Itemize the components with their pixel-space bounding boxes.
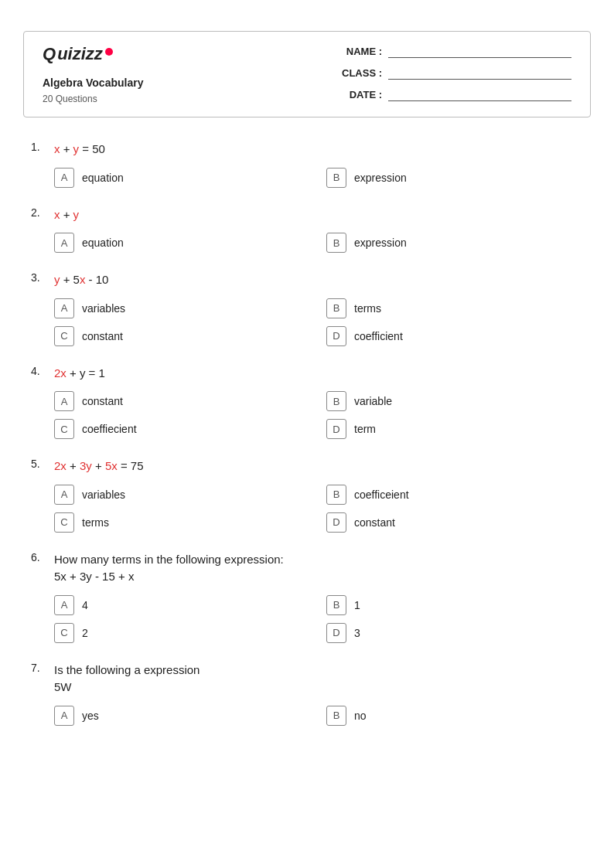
question-header-4: 4.2x + y = 1 — [31, 365, 583, 383]
answer-letter-3-D[interactable]: D — [326, 326, 346, 346]
answer-item-4-C: Ccoeffiecient — [54, 419, 311, 439]
answer-letter-4-B[interactable]: B — [326, 391, 346, 411]
answer-letter-7-A[interactable]: A — [54, 706, 74, 726]
answer-letter-4-C[interactable]: C — [54, 419, 74, 439]
answer-letter-6-D[interactable]: D — [326, 623, 346, 643]
answer-item-3-B: Bterms — [326, 298, 583, 318]
header-right: NAME : CLASS : DATE : — [339, 44, 571, 101]
answer-item-5-A: Avariables — [54, 485, 311, 505]
question-header-3: 3.y + 5x - 10 — [31, 271, 583, 289]
class-field-row: CLASS : — [339, 66, 571, 80]
question-text-1: x + y = 50 — [54, 141, 105, 158]
answer-text-4-D: term — [354, 423, 376, 435]
answers-grid-5: AvariablesBcoefficeientCtermsDconstant — [31, 485, 583, 533]
answers-grid-7: AyesBno — [31, 706, 583, 726]
answers-grid-1: AequationBexpression — [31, 168, 583, 188]
answer-text-5-C: terms — [82, 516, 109, 529]
quiz-title: Algebra Vocabulary — [43, 77, 143, 89]
name-field-row: NAME : — [339, 44, 571, 58]
answer-text-6-B: 1 — [354, 599, 360, 611]
question-block-6: 6.How many terms in the following expres… — [31, 551, 583, 643]
answer-item-2-B: Bexpression — [326, 233, 583, 253]
question-block-2: 2.x + yAequationBexpression — [31, 206, 583, 254]
question-text-4: 2x + y = 1 — [54, 365, 105, 383]
answer-item-6-B: B1 — [326, 595, 583, 615]
name-line — [388, 44, 571, 58]
date-line — [388, 87, 571, 101]
answer-letter-3-A[interactable]: A — [54, 298, 74, 318]
header-left: Q uizizz Algebra Vocabulary 20 Questions — [43, 44, 143, 104]
page: Q uizizz Algebra Vocabulary 20 Questions… — [0, 0, 614, 868]
answer-letter-2-B[interactable]: B — [326, 233, 346, 253]
answer-letter-6-B[interactable]: B — [326, 595, 346, 615]
answer-text-4-C: coeffiecient — [82, 423, 137, 435]
answer-letter-1-A[interactable]: A — [54, 168, 74, 188]
answer-item-6-C: C2 — [54, 623, 311, 643]
answers-grid-2: AequationBexpression — [31, 233, 583, 253]
answer-letter-6-A[interactable]: A — [54, 595, 74, 615]
answer-letter-4-D[interactable]: D — [326, 419, 346, 439]
answer-letter-1-B[interactable]: B — [326, 168, 346, 188]
answers-grid-4: AconstantBvariableCcoeffiecientDterm — [31, 391, 583, 439]
question-number-2: 2. — [31, 206, 48, 219]
answer-item-1-B: Bexpression — [326, 168, 583, 188]
answer-item-3-D: Dcoefficient — [326, 326, 583, 346]
answer-item-5-B: Bcoefficeient — [326, 485, 583, 505]
answer-text-6-D: 3 — [354, 627, 360, 639]
logo-q: Q — [43, 44, 56, 64]
answer-text-1-A: equation — [82, 172, 124, 184]
question-block-5: 5.2x + 3y + 5x = 75AvariablesBcoefficeie… — [31, 458, 583, 533]
answer-item-5-D: Dconstant — [326, 512, 583, 533]
answer-letter-7-B[interactable]: B — [326, 706, 346, 726]
answer-item-4-A: Aconstant — [54, 391, 311, 411]
answer-text-5-D: constant — [354, 516, 395, 529]
question-text-2: x + y — [54, 206, 79, 224]
question-text-7: Is the following a expression5W — [54, 662, 200, 696]
question-text-3: y + 5x - 10 — [54, 271, 108, 289]
answer-letter-5-B[interactable]: B — [326, 485, 346, 505]
answer-text-6-C: 2 — [82, 627, 88, 639]
answer-text-5-B: coefficeient — [354, 488, 409, 501]
answer-letter-3-C[interactable]: C — [54, 326, 74, 346]
answer-letter-6-C[interactable]: C — [54, 623, 74, 643]
answer-text-6-A: 4 — [82, 599, 88, 611]
header-box: Q uizizz Algebra Vocabulary 20 Questions… — [23, 31, 591, 117]
question-block-7: 7.Is the following a expression5WAyesBno — [31, 662, 583, 726]
answers-grid-3: AvariablesBtermsCconstantDcoefficient — [31, 298, 583, 346]
class-label: CLASS : — [339, 67, 382, 79]
quiz-subtitle: 20 Questions — [43, 94, 143, 104]
questions-container: 1.x + y = 50AequationBexpression2.x + yA… — [23, 141, 591, 726]
answer-text-4-B: variable — [354, 395, 392, 407]
answer-letter-4-A[interactable]: A — [54, 391, 74, 411]
question-block-1: 1.x + y = 50AequationBexpression — [31, 141, 583, 188]
question-number-5: 5. — [31, 458, 48, 470]
answer-letter-5-C[interactable]: C — [54, 512, 74, 533]
question-header-5: 5.2x + 3y + 5x = 75 — [31, 458, 583, 475]
question-number-4: 4. — [31, 365, 48, 377]
logo-dot — [105, 48, 113, 56]
date-label: DATE : — [339, 89, 382, 100]
answer-item-7-B: Bno — [326, 706, 583, 726]
answer-letter-2-A[interactable]: A — [54, 233, 74, 253]
answer-item-5-C: Cterms — [54, 512, 311, 533]
answer-text-4-A: constant — [82, 395, 123, 407]
question-number-3: 3. — [31, 271, 48, 284]
answer-text-3-D: coefficient — [354, 330, 403, 342]
answer-letter-3-B[interactable]: B — [326, 298, 346, 318]
logo: Q uizizz — [43, 44, 143, 64]
answers-grid-6: A4B1C2D3 — [31, 595, 583, 643]
answer-text-2-B: expression — [354, 237, 407, 249]
answer-item-3-A: Avariables — [54, 298, 311, 318]
answer-item-4-D: Dterm — [326, 419, 583, 439]
answer-text-2-A: equation — [82, 237, 124, 249]
answer-letter-5-A[interactable]: A — [54, 485, 74, 505]
class-line — [388, 66, 571, 80]
answer-text-1-B: expression — [354, 172, 407, 184]
answer-letter-5-D[interactable]: D — [326, 512, 346, 533]
answer-text-3-B: terms — [354, 302, 381, 315]
question-number-1: 1. — [31, 141, 48, 153]
answer-text-7-B: no — [354, 710, 367, 722]
date-field-row: DATE : — [339, 87, 571, 101]
answer-text-5-A: variables — [82, 488, 125, 501]
question-number-7: 7. — [31, 662, 48, 674]
